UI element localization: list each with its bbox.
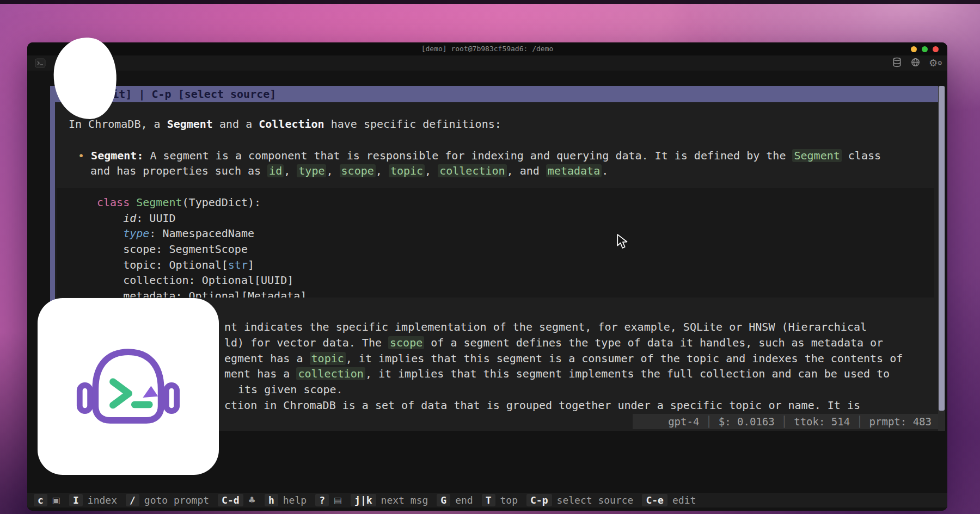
scrollbar-thumb[interactable] [939,86,945,411]
total-tokens: ttok: 514 [794,416,850,428]
toolbar-icon-group: ⚙ ⚙ [892,57,941,69]
status-separator: │ [706,416,712,428]
footer-key-select-source[interactable]: C-p select source [526,494,633,506]
key-label: / [126,494,139,506]
paragraph-line-1: nt indicates the specific implementation… [224,319,867,335]
close-button[interactable] [933,46,939,52]
code-line-5: topic: Optional[str] [97,257,254,273]
minimize-button[interactable] [911,46,917,52]
footer-key-top[interactable]: T top [482,494,518,506]
code-line-4: scope: SegmentScope [97,241,248,257]
paragraph-line-2: ld) for vector data. The scope of a segm… [224,335,883,350]
footer-key-next-msg[interactable]: j|k next msg [351,494,428,506]
footer-key-help[interactable]: h help [265,494,307,506]
key-label: c [34,494,47,506]
prompt-tokens: prmpt: 483 [869,416,932,428]
code-block: class Segment(TypedDict): id: UUID type:… [57,188,934,298]
scrollbar[interactable] [938,86,945,431]
segment-bullet-line-1: • Segment: A segment is a component that… [78,148,881,163]
paragraph-line-6: ction in ChromaDB is a set of data that … [224,398,860,413]
terminal-tab-icon[interactable] [35,58,46,71]
key-label: C-d [218,494,243,506]
model-name: gpt-4 [668,416,699,428]
desktop: [demo] root@7b983cf59ad6: /demo [0,0,980,514]
robot-logo-icon [70,328,187,445]
key-label: I [69,494,83,506]
traffic-lights [911,46,939,52]
code-line-1: class Segment(TypedDict): [97,195,261,210]
footer-key-end[interactable]: G end [437,494,473,506]
footer-key-c[interactable]: c ▣ [34,494,60,506]
key-label: C-e [642,494,667,506]
keyboard-icon: ▤ [334,495,342,505]
globe-icon[interactable] [910,57,921,70]
segment-bullet-line-2: and has properties such as id, type, sco… [90,163,608,178]
code-line-2: id: UUID [97,210,176,226]
footer-keybar: c ▣ I index / goto prompt C-d ♣ h help [27,493,947,507]
assistant-logo-card [38,298,219,475]
paragraph-line-4: ment has a collection, it implies that t… [224,366,890,381]
model-status-bar: gpt-4 │ $: 0.0163 │ ttok: 514 │ prmpt: 4… [633,414,938,429]
screen-icon: ▣ [52,495,60,505]
footer-key-goto-prompt[interactable]: / goto prompt [126,494,209,506]
code-line-6: collection: Optional[UUID] [97,273,293,288]
cost-value: $: 0.0163 [719,416,775,428]
gear-icon: ⚙ [929,57,938,69]
footer-key-quit[interactable]: C-d ♣ [218,494,256,506]
code-line-3: type: NamespacedName [97,226,254,241]
terminal-toolbar: ⚙ ⚙ [27,55,947,71]
gear-small-icon: ⚙ [937,58,942,70]
paragraph-line-5: its given scope. [238,382,343,397]
key-label: C-p [526,494,552,506]
zoom-button[interactable] [922,46,928,52]
chat-intro-line: In ChromaDB, a Segment and a Collection … [69,116,501,132]
menu-bar-strip [0,0,980,4]
message-source-header: C-e [edit] | C-p [select source] [50,86,938,102]
status-separator: │ [781,416,787,428]
footer-key-index[interactable]: I index [69,494,117,506]
database-icon[interactable] [892,57,902,70]
footer-key-shortcuts[interactable]: ? ▤ [315,494,342,506]
window-title-bar[interactable]: [demo] root@7b983cf59ad6: /demo [27,42,947,55]
footer-key-edit[interactable]: C-e edit [642,494,696,506]
key-label: j|k [351,494,376,506]
key-label: G [437,494,450,506]
paragraph-line-3: egment has a topic, it implies that this… [224,351,903,366]
status-separator: │ [856,416,862,428]
settings-gears-icon[interactable]: ⚙ ⚙ [929,57,941,69]
window-title: [demo] root@7b983cf59ad6: /demo [27,42,947,55]
key-label: h [265,494,278,506]
key-label: ? [315,494,329,506]
key-label: T [482,494,495,506]
mouse-cursor [616,234,630,251]
club-icon: ♣ [248,495,256,505]
code-line-7: metadata: Optional[Metadata] [97,288,307,298]
